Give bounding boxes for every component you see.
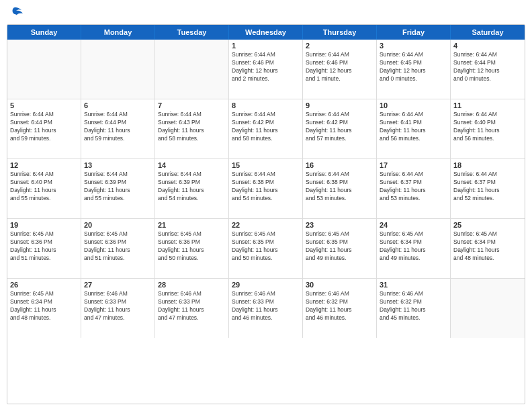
day-number: 30 [306,281,373,289]
cell-info: Sunrise: 6:44 AMSunset: 6:44 PMDaylight:… [453,51,522,83]
header-day-saturday: Saturday [451,25,525,40]
calendar-cell-r0-c0 [7,40,81,99]
day-number: 6 [84,101,152,109]
cell-info: Sunrise: 6:44 AMSunset: 6:37 PMDaylight:… [380,171,447,203]
day-number: 21 [158,221,226,229]
day-number: 12 [10,161,78,169]
cell-info: Sunrise: 6:46 AMSunset: 6:33 PMDaylight:… [232,290,300,322]
cell-info: Sunrise: 6:45 AMSunset: 6:34 PMDaylight:… [10,290,78,322]
calendar-cell-r2-c6: 18Sunrise: 6:44 AMSunset: 6:37 PMDayligh… [451,159,525,218]
day-number: 2 [306,42,373,50]
cell-info: Sunrise: 6:44 AMSunset: 6:38 PMDaylight:… [232,171,300,203]
day-number: 13 [84,161,152,169]
cell-info: Sunrise: 6:44 AMSunset: 6:40 PMDaylight:… [453,111,522,143]
cell-info: Sunrise: 6:44 AMSunset: 6:44 PMDaylight:… [10,111,78,143]
day-number: 9 [306,101,373,109]
calendar-cell-r3-c2: 21Sunrise: 6:45 AMSunset: 6:36 PMDayligh… [155,219,229,278]
calendar-cell-r3-c6: 25Sunrise: 6:45 AMSunset: 6:34 PMDayligh… [451,219,525,278]
header-day-monday: Monday [81,25,155,40]
calendar-cell-r1-c0: 5Sunrise: 6:44 AMSunset: 6:44 PMDaylight… [7,99,81,158]
day-number: 7 [158,101,226,109]
day-number: 26 [10,281,78,289]
day-number: 5 [10,101,78,109]
logo [7,7,23,19]
cell-info: Sunrise: 6:44 AMSunset: 6:39 PMDaylight:… [84,171,152,203]
calendar-cell-r4-c1: 27Sunrise: 6:46 AMSunset: 6:33 PMDayligh… [81,279,155,338]
calendar-cell-r1-c6: 11Sunrise: 6:44 AMSunset: 6:40 PMDayligh… [451,99,525,158]
cell-info: Sunrise: 6:46 AMSunset: 6:33 PMDaylight:… [158,290,226,322]
cell-info: Sunrise: 6:45 AMSunset: 6:36 PMDaylight:… [158,230,226,263]
calendar-cell-r2-c5: 17Sunrise: 6:44 AMSunset: 6:37 PMDayligh… [377,159,451,218]
calendar-cell-r1-c1: 6Sunrise: 6:44 AMSunset: 6:44 PMDaylight… [81,99,155,158]
cell-info: Sunrise: 6:44 AMSunset: 6:44 PMDaylight:… [84,111,152,143]
calendar-row-0: 1Sunrise: 6:44 AMSunset: 6:46 PMDaylight… [7,40,525,99]
day-number: 11 [453,101,522,109]
day-number: 31 [380,281,447,289]
calendar-cell-r4-c3: 29Sunrise: 6:46 AMSunset: 6:33 PMDayligh… [229,279,303,338]
calendar-cell-r4-c2: 28Sunrise: 6:46 AMSunset: 6:33 PMDayligh… [155,279,229,338]
calendar-cell-r1-c4: 9Sunrise: 6:44 AMSunset: 6:42 PMDaylight… [303,99,377,158]
calendar-cell-r0-c2 [155,40,229,99]
calendar-cell-r1-c5: 10Sunrise: 6:44 AMSunset: 6:41 PMDayligh… [377,99,451,158]
calendar-cell-r0-c4: 2Sunrise: 6:44 AMSunset: 6:46 PMDaylight… [303,40,377,99]
calendar-cell-r3-c3: 22Sunrise: 6:45 AMSunset: 6:35 PMDayligh… [229,219,303,278]
calendar-cell-r2-c2: 14Sunrise: 6:44 AMSunset: 6:39 PMDayligh… [155,159,229,218]
calendar-cell-r2-c4: 16Sunrise: 6:44 AMSunset: 6:38 PMDayligh… [303,159,377,218]
calendar-header: SundayMondayTuesdayWednesdayThursdayFrid… [7,25,525,40]
cell-info: Sunrise: 6:46 AMSunset: 6:32 PMDaylight:… [306,290,373,322]
calendar-cell-r2-c0: 12Sunrise: 6:44 AMSunset: 6:40 PMDayligh… [7,159,81,218]
calendar-row-4: 26Sunrise: 6:45 AMSunset: 6:34 PMDayligh… [7,279,525,338]
day-number: 18 [453,161,522,169]
calendar-cell-r4-c5: 31Sunrise: 6:46 AMSunset: 6:32 PMDayligh… [377,279,451,338]
calendar-row-1: 5Sunrise: 6:44 AMSunset: 6:44 PMDaylight… [7,99,525,159]
page: SundayMondayTuesdayWednesdayThursdayFrid… [0,0,532,411]
cell-info: Sunrise: 6:44 AMSunset: 6:46 PMDaylight:… [306,51,373,83]
header-day-friday: Friday [377,25,451,40]
day-number: 3 [380,42,447,50]
cell-info: Sunrise: 6:44 AMSunset: 6:39 PMDaylight:… [158,171,226,203]
day-number: 10 [380,101,447,109]
day-number: 23 [306,221,373,229]
calendar-cell-r1-c3: 8Sunrise: 6:44 AMSunset: 6:42 PMDaylight… [229,99,303,158]
day-number: 24 [380,221,447,229]
calendar-row-2: 12Sunrise: 6:44 AMSunset: 6:40 PMDayligh… [7,159,525,219]
day-number: 25 [453,221,522,229]
cell-info: Sunrise: 6:45 AMSunset: 6:35 PMDaylight:… [232,230,300,263]
calendar-cell-r4-c6 [451,279,525,338]
calendar-cell-r3-c4: 23Sunrise: 6:45 AMSunset: 6:35 PMDayligh… [303,219,377,278]
cell-info: Sunrise: 6:44 AMSunset: 6:37 PMDaylight:… [453,171,522,203]
cell-info: Sunrise: 6:44 AMSunset: 6:45 PMDaylight:… [380,51,447,83]
cell-info: Sunrise: 6:46 AMSunset: 6:33 PMDaylight:… [84,290,152,322]
day-number: 15 [232,161,300,169]
cell-info: Sunrise: 6:44 AMSunset: 6:40 PMDaylight:… [10,171,78,203]
header [7,7,525,19]
cell-info: Sunrise: 6:45 AMSunset: 6:36 PMDaylight:… [84,230,152,263]
day-number: 17 [380,161,447,169]
day-number: 4 [453,42,522,50]
day-number: 16 [306,161,373,169]
cell-info: Sunrise: 6:44 AMSunset: 6:46 PMDaylight:… [232,51,300,83]
day-number: 20 [84,221,152,229]
calendar-cell-r3-c1: 20Sunrise: 6:45 AMSunset: 6:36 PMDayligh… [81,219,155,278]
cell-info: Sunrise: 6:46 AMSunset: 6:32 PMDaylight:… [380,290,447,322]
cell-info: Sunrise: 6:45 AMSunset: 6:34 PMDaylight:… [380,230,447,263]
calendar-cell-r0-c1 [81,40,155,99]
day-number: 29 [232,281,300,289]
cell-info: Sunrise: 6:44 AMSunset: 6:42 PMDaylight:… [232,111,300,143]
calendar-cell-r3-c0: 19Sunrise: 6:45 AMSunset: 6:36 PMDayligh… [7,219,81,278]
cell-info: Sunrise: 6:45 AMSunset: 6:34 PMDaylight:… [453,230,522,263]
day-number: 8 [232,101,300,109]
calendar-cell-r0-c5: 3Sunrise: 6:44 AMSunset: 6:45 PMDaylight… [377,40,451,99]
day-number: 19 [10,221,78,229]
cell-info: Sunrise: 6:45 AMSunset: 6:36 PMDaylight:… [10,230,78,263]
logo-bird-icon [8,7,23,19]
cell-info: Sunrise: 6:44 AMSunset: 6:38 PMDaylight:… [306,171,373,203]
cell-info: Sunrise: 6:44 AMSunset: 6:42 PMDaylight:… [306,111,373,143]
cell-info: Sunrise: 6:44 AMSunset: 6:41 PMDaylight:… [380,111,447,143]
day-number: 1 [232,42,300,50]
calendar-body: 1Sunrise: 6:44 AMSunset: 6:46 PMDaylight… [7,40,525,338]
calendar-cell-r1-c2: 7Sunrise: 6:44 AMSunset: 6:43 PMDaylight… [155,99,229,158]
calendar-cell-r2-c3: 15Sunrise: 6:44 AMSunset: 6:38 PMDayligh… [229,159,303,218]
cell-info: Sunrise: 6:44 AMSunset: 6:43 PMDaylight:… [158,111,226,143]
header-day-wednesday: Wednesday [229,25,303,40]
